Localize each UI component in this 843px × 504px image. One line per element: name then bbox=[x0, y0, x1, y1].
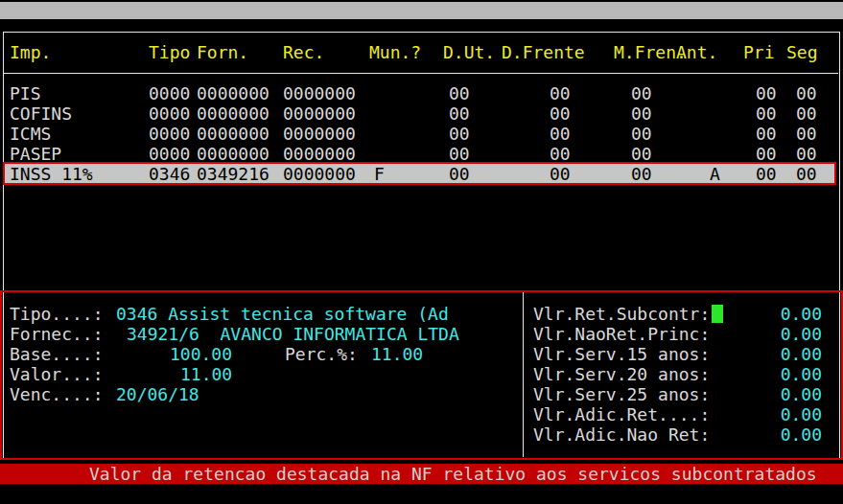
table-row-selected[interactable]: INSS 11%034603492160000000F000000A0000 bbox=[0, 164, 843, 184]
cell: INSS 11% bbox=[10, 164, 93, 184]
cell: 00 bbox=[550, 83, 571, 103]
field-label: Vlr.Ret.Subcontr: bbox=[533, 304, 710, 324]
field-value: 0.00 bbox=[781, 424, 822, 445]
terminal-screen: Imp.TipoForn.Rec.Mun.?D.Ut.D.FrenteM.Fre… bbox=[0, 0, 843, 504]
column-header-forn: Forn. bbox=[197, 42, 248, 62]
value-field-row: Vlr.Serv.20 anos:0.00 bbox=[0, 364, 843, 384]
table-row[interactable]: COFINS0000000000000000000000000000 bbox=[0, 103, 843, 124]
header-separator bbox=[4, 73, 838, 74]
cell: 0000000 bbox=[283, 164, 356, 184]
field-label: Vlr.Serv.20 anos: bbox=[533, 364, 710, 384]
value-field-row: Vlr.Serv.15 anos:0.00 bbox=[0, 344, 843, 364]
cell: 0346 bbox=[149, 164, 190, 184]
cell: 00 bbox=[449, 144, 470, 164]
field-label: Vlr.NaoRet.Princ: bbox=[533, 324, 710, 344]
cell: 0000000 bbox=[197, 103, 269, 124]
cell: COFINS bbox=[10, 103, 72, 124]
cell: 00 bbox=[550, 164, 571, 184]
status-message: Valor da retencao destacada na NF relati… bbox=[89, 464, 817, 484]
cell: 00 bbox=[449, 103, 470, 124]
column-header-tipo: Tipo bbox=[149, 42, 190, 62]
value-field-row: Vlr.Ret.Subcontr:0.00 bbox=[0, 304, 843, 324]
cell: ICMS bbox=[10, 124, 51, 144]
cell: 0349216 bbox=[197, 164, 269, 184]
cell: 00 bbox=[796, 124, 817, 144]
field-value: 0.00 bbox=[781, 344, 822, 364]
field-value: 0.00 bbox=[781, 404, 822, 424]
value-field-row: Vlr.Adic.Ret....:0.00 bbox=[0, 404, 843, 424]
cell: 00 bbox=[631, 83, 652, 103]
field-value: 0.00 bbox=[781, 384, 822, 404]
cell: 00 bbox=[756, 83, 777, 103]
column-header-ant: Ant. bbox=[676, 42, 717, 62]
cell: 00 bbox=[796, 144, 817, 164]
cell: 00 bbox=[756, 124, 777, 144]
cell: 00 bbox=[756, 164, 777, 184]
title-bar bbox=[0, 2, 843, 19]
cell: PIS bbox=[10, 83, 41, 103]
cell: 00 bbox=[756, 144, 777, 164]
column-header-seg: Seg bbox=[786, 42, 818, 62]
cell: 0000000 bbox=[197, 124, 269, 144]
cell: 00 bbox=[550, 144, 571, 164]
cell: 00 bbox=[756, 103, 777, 124]
column-header-dut: D.Ut. bbox=[443, 42, 495, 62]
field-label: Vlr.Serv.25 anos: bbox=[533, 384, 710, 404]
cell: 00 bbox=[796, 164, 817, 184]
field-label: Vlr.Serv.15 anos: bbox=[533, 344, 710, 364]
cell: 0000 bbox=[149, 83, 190, 103]
column-header-dfrente: D.Frente bbox=[502, 42, 585, 62]
cell: 00 bbox=[796, 103, 817, 124]
cell: 00 bbox=[449, 124, 470, 144]
cell: PASEP bbox=[10, 144, 61, 164]
cell: F bbox=[374, 164, 385, 184]
cell: 00 bbox=[796, 83, 817, 103]
cell: 00 bbox=[449, 83, 470, 103]
cell: 00 bbox=[631, 103, 652, 124]
cell: 0000000 bbox=[283, 144, 356, 164]
field-value: 0.00 bbox=[781, 324, 822, 344]
table-row[interactable]: PIS0000000000000000000000000000 bbox=[0, 83, 843, 103]
field-value[interactable]: 0.00 bbox=[781, 304, 822, 324]
table-row[interactable]: PASEP0000000000000000000000000000 bbox=[0, 144, 843, 164]
table-row[interactable]: ICMS0000000000000000000000000000 bbox=[0, 124, 843, 144]
cell: 00 bbox=[449, 164, 470, 184]
cell: 00 bbox=[631, 144, 652, 164]
cell: 00 bbox=[631, 164, 652, 184]
field-label: Vlr.Adic.Ret....: bbox=[533, 404, 710, 424]
cell: 0000000 bbox=[197, 83, 269, 103]
cell: 0000 bbox=[149, 103, 190, 124]
input-cursor[interactable] bbox=[712, 305, 723, 323]
value-field-row: Vlr.Adic.Nao Ret:0.00 bbox=[0, 424, 843, 445]
cell: 00 bbox=[550, 103, 571, 124]
field-label: Vlr.Adic.Nao Ret: bbox=[533, 424, 710, 445]
column-header-mun: Mun.? bbox=[369, 42, 421, 62]
cell: 0000 bbox=[149, 124, 190, 144]
cell: 0000000 bbox=[283, 124, 356, 144]
column-header-pri: Pri bbox=[743, 42, 775, 62]
cell: 00 bbox=[631, 124, 652, 144]
status-bar: Valor da retencao destacada na NF relati… bbox=[0, 464, 843, 484]
column-header-rec: Rec. bbox=[283, 42, 324, 62]
cell: 0000000 bbox=[283, 83, 356, 103]
cell: 0000000 bbox=[283, 103, 356, 124]
cell: 00 bbox=[550, 124, 571, 144]
field-value: 0.00 bbox=[781, 364, 822, 384]
cell: 0000 bbox=[149, 144, 190, 164]
cell: A bbox=[710, 164, 720, 184]
column-header-imp: Imp. bbox=[10, 42, 51, 62]
value-field-row: Vlr.Serv.25 anos:0.00 bbox=[0, 384, 843, 404]
value-field-row: Vlr.NaoRet.Princ:0.00 bbox=[0, 324, 843, 344]
cell: 0000000 bbox=[197, 144, 269, 164]
